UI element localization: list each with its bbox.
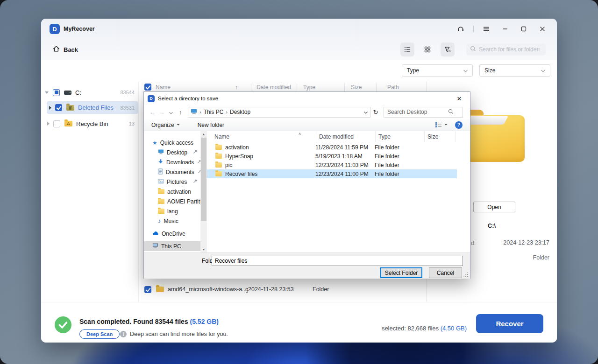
scan-message: Scan completed. Found 83544 files — [79, 318, 188, 325]
help-icon[interactable]: ? — [455, 121, 463, 129]
select-folder-button[interactable]: Select Folder — [380, 267, 422, 278]
scan-success-icon — [55, 316, 71, 333]
nav-history-chevron-icon[interactable] — [166, 109, 176, 116]
deep-scan-button[interactable]: Deep Scan — [79, 329, 120, 339]
breadcrumb-chevron: › — [199, 109, 201, 115]
organize-menu[interactable]: Organize — [151, 122, 180, 128]
chevron-down-icon — [463, 67, 468, 74]
recycle-bin-folder-icon — [64, 121, 72, 126]
folder-icon — [158, 199, 164, 204]
address-dropdown-icon[interactable] — [364, 109, 368, 115]
type-filter-dropdown[interactable]: Type — [402, 64, 473, 77]
sidebar-item-this-pc[interactable]: This PC — [144, 241, 200, 251]
new-folder-button[interactable]: New folder — [198, 122, 224, 128]
expander-right-icon[interactable] — [47, 122, 50, 126]
column-path[interactable]: Path — [387, 84, 399, 91]
minimize-button[interactable] — [499, 23, 511, 35]
breadcrumb-this-pc[interactable]: This PC — [204, 109, 224, 115]
app-logo-icon: D — [50, 24, 60, 34]
size-filter-dropdown[interactable]: Size — [479, 64, 550, 77]
list-view-button[interactable] — [400, 42, 414, 56]
drive-c-checkbox[interactable] — [53, 89, 60, 96]
cancel-button[interactable]: Cancel — [429, 267, 462, 278]
selection-summary: selected: 82,668 files (4.50 GB) — [382, 325, 467, 332]
view-mode-button[interactable] — [435, 122, 448, 128]
column-size[interactable]: Size — [425, 131, 456, 142]
folder-name-input[interactable] — [212, 256, 463, 266]
search-input[interactable] — [479, 46, 540, 53]
dialog-search-input[interactable] — [387, 109, 448, 115]
nav-up-icon[interactable]: ↑ — [176, 109, 185, 116]
support-headset-icon[interactable] — [455, 23, 467, 35]
chevron-down-icon — [444, 124, 448, 126]
download-icon — [158, 159, 164, 166]
selected-size: (4.50 GB) — [441, 325, 467, 332]
folder-icon — [215, 171, 222, 176]
list-item-selected[interactable]: Recover files 12/23/2024 11:00 PM File f… — [207, 169, 457, 178]
sidebar-item-pictures[interactable]: Pictures — [144, 177, 200, 187]
sidebar-item-desktop[interactable]: Desktop — [144, 147, 200, 157]
resize-grip[interactable] — [467, 276, 468, 277]
details-view-icon — [435, 122, 442, 128]
close-button[interactable] — [536, 23, 548, 35]
table-row[interactable]: amd64_microsoft-windows-a..g-... 2024-11… — [139, 283, 426, 295]
dialog-titlebar: D Select a directory to save ✕ — [144, 92, 470, 105]
item-date: 5/19/2023 1:18 AM — [315, 153, 375, 160]
grid-view-button[interactable] — [420, 42, 434, 56]
list-item[interactable]: HyperSnap 5/19/2023 1:18 AM File folder — [207, 152, 457, 161]
scroll-down-icon[interactable]: ▼ — [200, 246, 207, 252]
sidebar-item-music[interactable]: ♪ Music — [144, 216, 200, 226]
deleted-files-checkbox[interactable] — [55, 104, 62, 111]
sidebar-label: Music — [164, 218, 178, 224]
sidebar-item-quick-access[interactable]: ★ Quick access — [144, 138, 200, 147]
sidebar-item-documents[interactable]: Documents — [144, 167, 200, 177]
breadcrumb-desktop[interactable]: Desktop — [230, 109, 250, 115]
sidebar-item-aomei-partition[interactable]: AOMEI Partition — [144, 196, 200, 206]
sidebar-item-activation[interactable]: activation — [144, 187, 200, 196]
column-date-modified[interactable]: Date modified — [316, 131, 376, 142]
item-name: activation — [225, 144, 315, 151]
tree-item-deleted-files[interactable]: Deleted Files 83531 — [47, 101, 138, 114]
filter-button[interactable] — [441, 42, 455, 56]
select-all-checkbox[interactable] — [144, 84, 151, 91]
dialog-close-button[interactable]: ✕ — [452, 95, 466, 102]
sidebar-item-onedrive[interactable]: OneDrive — [144, 229, 200, 238]
column-name[interactable]: Name — [156, 84, 171, 91]
column-type[interactable]: Type — [376, 131, 425, 142]
nav-forward-icon[interactable]: → — [157, 109, 166, 116]
open-button[interactable]: Open — [473, 202, 515, 212]
dialog-search-box[interactable] — [384, 107, 463, 118]
menu-icon[interactable] — [480, 23, 492, 35]
search-box[interactable] — [466, 43, 546, 56]
tree-item-drive-c[interactable]: C: 83544 — [41, 86, 138, 98]
nav-back-icon[interactable]: ← — [148, 109, 157, 116]
star-icon: ★ — [152, 140, 157, 146]
new-folder-label: New folder — [198, 122, 224, 128]
column-type[interactable]: Type — [303, 84, 315, 91]
expander-down-icon[interactable] — [45, 91, 49, 94]
sort-ascending-icon[interactable]: ↑ — [235, 84, 238, 91]
search-icon — [470, 45, 476, 54]
detail-modified-value: 2024-12-23 23:17 — [503, 239, 549, 246]
sidebar-item-lang[interactable]: lang — [144, 206, 200, 216]
row-checkbox[interactable] — [144, 286, 151, 293]
maximize-button[interactable] — [518, 23, 530, 35]
recover-button[interactable]: Recover — [476, 314, 543, 333]
column-date-modified[interactable]: Date modified — [256, 84, 291, 91]
tree-item-recycle-bin[interactable]: Recycle Bin 13 — [41, 118, 138, 130]
dialog-title: Select a directory to save — [158, 96, 218, 101]
sidebar-scrollbar[interactable]: ▲ ▼ — [200, 131, 207, 252]
scrollbar-thumb[interactable] — [201, 138, 206, 221]
recycle-bin-checkbox[interactable] — [53, 120, 60, 127]
sidebar-item-downloads[interactable]: Downloads — [144, 157, 200, 167]
expander-right-icon[interactable] — [49, 106, 51, 110]
list-item[interactable]: pic 12/23/2024 11:03 PM File folder — [207, 161, 457, 169]
refresh-icon[interactable]: ↻ — [370, 109, 381, 116]
column-size[interactable]: Size — [351, 84, 362, 91]
back-button[interactable]: Back — [52, 45, 78, 54]
list-item[interactable]: activation 11/28/2024 11:59 PM File fold… — [207, 143, 457, 152]
monitor-icon — [191, 108, 197, 116]
address-bar[interactable]: › This PC › Desktop — [188, 107, 370, 118]
scroll-up-icon[interactable]: ▲ — [200, 131, 207, 137]
save-directory-dialog: D Select a directory to save ✕ ← → ↑ › T… — [143, 91, 470, 279]
